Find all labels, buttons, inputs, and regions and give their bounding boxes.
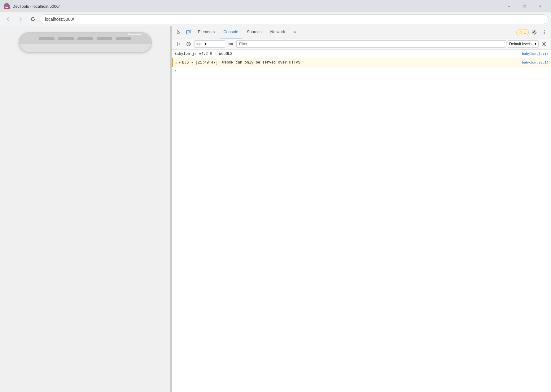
console-toolbar: top ▼ Default levels ▼: [172, 38, 551, 50]
svg-point-21: [544, 43, 545, 45]
clear-icon: [186, 42, 191, 46]
window-title: DevTools - localhost:5000/: [12, 4, 500, 9]
devtools-tab-bar: Elements Console Sources Network » ⚠ 1: [172, 26, 551, 38]
forward-button[interactable]: [15, 14, 26, 25]
tab-sources[interactable]: Sources: [243, 26, 265, 38]
svg-marker-17: [177, 42, 180, 46]
device-toggle-button[interactable]: [184, 28, 193, 37]
minimize-button[interactable]: −: [502, 1, 516, 11]
console-message-text-2: BJS - [21:49:47]: WebXR can only be serv…: [182, 60, 519, 65]
phone-stripe-2: [58, 37, 74, 40]
console-gear-icon: [542, 42, 547, 46]
dropdown-arrow-icon: ▼: [204, 42, 207, 46]
phone-stripe-3: [77, 37, 93, 40]
tab-network[interactable]: Network: [267, 26, 289, 38]
device-icon: [186, 30, 191, 35]
cursor-icon: [176, 30, 181, 35]
phone-bottom-bar: [20, 44, 151, 52]
console-prompt[interactable]: ›: [172, 67, 551, 76]
console-message-link-2[interactable]: babylon.js:16: [522, 61, 549, 64]
nav-bar: [0, 12, 551, 26]
back-icon: [6, 17, 11, 22]
warning-triangle-icon: ⚠: [519, 30, 523, 34]
forward-icon: [18, 17, 23, 22]
reload-button[interactable]: [27, 14, 38, 25]
console-message-1: Babylon.js v4.2.0 - WebGL2 babylon.js:16: [172, 50, 551, 58]
phone-stripe-4: [97, 37, 112, 40]
svg-rect-12: [189, 30, 191, 32]
vr-headset-icon: [130, 32, 139, 33]
console-content: Babylon.js v4.2.0 - WebGL2 babylon.js:16…: [172, 50, 551, 392]
expand-arrow-2[interactable]: ▶: [179, 61, 181, 64]
chrome-icon: [4, 3, 10, 9]
devtools-right-icons: ⚠ 1: [516, 28, 549, 37]
gear-icon: [532, 30, 537, 35]
console-settings-button[interactable]: [540, 40, 549, 48]
svg-point-20: [230, 43, 232, 45]
svg-point-14: [544, 30, 545, 31]
restore-button[interactable]: □: [518, 1, 532, 11]
context-selector[interactable]: top ▼: [194, 40, 225, 48]
back-button[interactable]: [2, 14, 14, 25]
warning-icon-2: ⚠: [175, 60, 178, 65]
main-content: Elements Console Sources Network » ⚠ 1: [0, 26, 551, 392]
window-controls: − □ ×: [502, 1, 547, 11]
console-message-2: ⚠ ▶ BJS - [21:49:47]: WebXR can only be …: [172, 58, 551, 67]
log-levels-selector[interactable]: Default levels ▼: [508, 40, 539, 48]
svg-point-15: [544, 32, 545, 33]
console-message-text-1: Babylon.js v4.2.0 - WebGL2: [174, 52, 519, 56]
warning-badge[interactable]: ⚠ 1: [516, 29, 529, 35]
console-play-button[interactable]: [174, 40, 183, 48]
devtools-panel: Elements Console Sources Network » ⚠ 1: [172, 26, 551, 392]
devtools-more-options-button[interactable]: [540, 28, 549, 37]
more-vertical-icon: [542, 30, 547, 35]
browser-viewport: [0, 26, 170, 392]
phone-mockup: [19, 32, 152, 53]
levels-dropdown-icon: ▼: [534, 42, 537, 46]
reload-icon: [30, 17, 35, 22]
tab-console[interactable]: Console: [220, 26, 242, 38]
svg-rect-11: [186, 31, 189, 34]
svg-line-19: [187, 43, 190, 45]
console-clear-button[interactable]: [184, 40, 193, 48]
svg-point-16: [544, 33, 545, 34]
filter-eye-button[interactable]: [226, 40, 235, 48]
console-message-link-1[interactable]: babylon.js:16: [522, 52, 549, 56]
warning-count: 1: [524, 30, 526, 34]
filter-input[interactable]: [236, 40, 506, 48]
phone-stripe-5: [116, 37, 131, 40]
tab-elements[interactable]: Elements: [194, 26, 218, 38]
title-bar: DevTools - localhost:5000/ − □ ×: [0, 0, 551, 12]
prompt-arrow-icon: ›: [174, 69, 177, 74]
more-tabs-button[interactable]: »: [290, 26, 300, 38]
address-bar[interactable]: [40, 14, 549, 24]
svg-point-13: [534, 31, 535, 33]
play-icon: [177, 42, 181, 46]
devtools-settings-button[interactable]: [530, 28, 539, 37]
phone-stripe-1: [39, 37, 55, 40]
inspect-element-button[interactable]: [174, 28, 183, 37]
close-button[interactable]: ×: [533, 1, 547, 11]
svg-rect-7: [131, 32, 139, 33]
vr-button[interactable]: [128, 32, 142, 35]
eye-icon: [228, 42, 233, 46]
